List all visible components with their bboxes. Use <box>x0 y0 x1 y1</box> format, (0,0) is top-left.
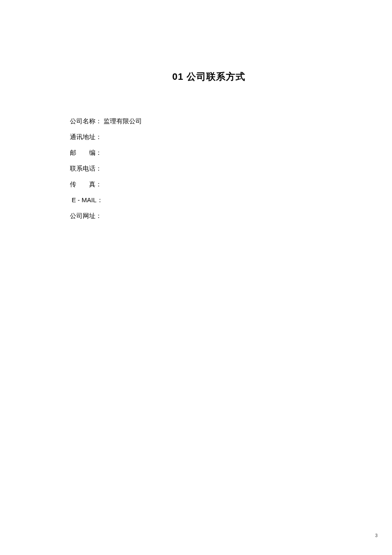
field-fax: 传 真： <box>70 178 349 190</box>
page-number: 3 <box>375 533 378 538</box>
document-page: 01 公司联系方式 公司名称： 监理有限公司 通讯地址： 邮 编： 联系电话： … <box>0 0 392 221</box>
field-label: E - MAIL： <box>70 194 103 206</box>
field-value: 监理有限公司 <box>104 115 142 127</box>
field-label: 邮 编： <box>70 147 102 158</box>
field-postal-code: 邮 编： <box>70 147 349 158</box>
field-email: E - MAIL： <box>70 194 349 206</box>
field-address: 通讯地址： <box>70 131 349 142</box>
field-label: 传 真： <box>70 178 102 190</box>
content-block: 公司名称： 监理有限公司 通讯地址： 邮 编： 联系电话： 传 真： E - M… <box>68 115 349 221</box>
field-label: 公司网址： <box>70 210 102 221</box>
field-website: 公司网址： <box>70 210 349 221</box>
field-label: 公司名称： <box>70 115 102 127</box>
field-phone: 联系电话： <box>70 163 349 174</box>
field-label: 联系电话： <box>70 163 102 174</box>
field-company-name: 公司名称： 监理有限公司 <box>70 115 349 127</box>
page-title: 01 公司联系方式 <box>68 70 349 83</box>
field-label: 通讯地址： <box>70 131 102 142</box>
